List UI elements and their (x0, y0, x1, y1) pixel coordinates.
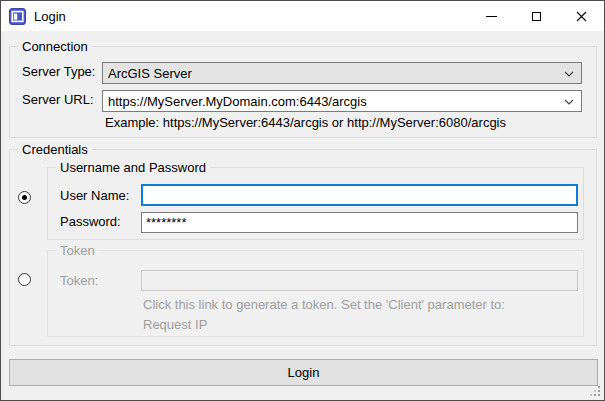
server-url-combobox[interactable]: https://MyServer.MyDomain.com:6443/arcgi… (102, 90, 582, 112)
credentials-groupbox: Credentials Username and Password User N… (9, 149, 597, 346)
minimize-icon (486, 16, 497, 17)
token-label: Token: (60, 273, 98, 289)
credentials-group-label: Credentials (18, 142, 92, 157)
token-hint-link-text: Click this link to generate a token. Set… (143, 297, 505, 313)
login-button[interactable]: Login (9, 359, 598, 386)
token-groupbox: Token Token: Click this link to generate… (47, 250, 584, 337)
server-type-dropdown[interactable]: ArcGIS Server (102, 62, 582, 84)
username-input[interactable] (141, 184, 578, 206)
token-group-label: Token (56, 243, 99, 258)
login-dialog-window: Login Connection Server Type: ArcGIS Ser… (0, 0, 605, 401)
app-form-icon (9, 8, 26, 25)
username-label: User Name: (60, 188, 129, 204)
chevron-down-icon (564, 71, 574, 77)
connection-groupbox: Connection Server Type: ArcGIS Server Se… (9, 46, 597, 138)
close-button[interactable] (559, 1, 604, 31)
token-request-ip-text: Request IP (143, 317, 207, 333)
maximize-icon (532, 12, 541, 21)
server-type-label: Server Type: (22, 64, 95, 80)
username-password-group-label: Username and Password (56, 160, 210, 175)
login-button-label: Login (288, 365, 320, 380)
username-password-groupbox: Username and Password User Name: Passwor… (47, 167, 584, 240)
server-type-value: ArcGIS Server (108, 66, 192, 81)
connection-group-label: Connection (18, 39, 92, 54)
resize-grip-icon[interactable] (589, 385, 602, 398)
server-url-value: https://MyServer.MyDomain.com:6443/arcgi… (108, 94, 367, 109)
token-input (141, 270, 578, 291)
titlebar-buttons (469, 1, 604, 31)
chevron-down-icon (564, 99, 574, 105)
titlebar[interactable]: Login (1, 1, 604, 31)
maximize-button[interactable] (514, 1, 559, 31)
server-url-example-text: Example: https://MyServer:6443/arcgis or… (105, 115, 506, 131)
close-icon (576, 11, 587, 22)
window-title: Login (34, 9, 66, 24)
minimize-button[interactable] (469, 1, 514, 31)
server-url-label: Server URL: (22, 92, 94, 108)
password-label: Password: (60, 214, 121, 230)
password-input[interactable] (141, 212, 578, 233)
token-radio[interactable] (18, 273, 31, 286)
username-password-radio[interactable] (18, 191, 31, 204)
